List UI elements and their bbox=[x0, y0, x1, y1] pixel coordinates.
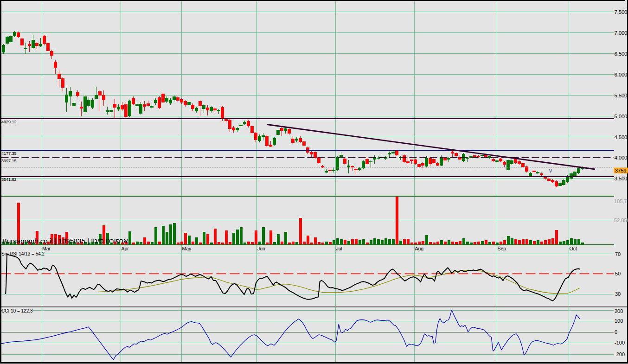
svg-text:Sm.RSI 14/13 = 54.2: Sm.RSI 14/13 = 54.2 bbox=[1, 251, 45, 256]
svg-text:3541.82: 3541.82 bbox=[1, 177, 17, 182]
svg-text:Jun: Jun bbox=[257, 246, 265, 251]
svg-text:7,500: 7,500 bbox=[615, 9, 628, 15]
svg-text:3,500: 3,500 bbox=[615, 176, 628, 181]
svg-text:v: v bbox=[549, 166, 552, 174]
svg-text:100: 100 bbox=[615, 318, 623, 324]
svg-text:105,717: 105,717 bbox=[614, 198, 628, 204]
svg-text:Aug: Aug bbox=[415, 246, 424, 251]
svg-text:7,000: 7,000 bbox=[615, 30, 628, 36]
svg-text:3997.15: 3997.15 bbox=[1, 159, 17, 163]
svg-text:-200: -200 bbox=[615, 351, 625, 357]
svg-text:Bursagraph.co.il | 1095835 | א: Bursagraph.co.il | 1095835 | ארפורט סיטי… bbox=[2, 237, 130, 245]
svg-text:50: 50 bbox=[615, 271, 621, 276]
svg-text:5,500: 5,500 bbox=[615, 93, 628, 98]
svg-text:52,858: 52,858 bbox=[614, 217, 628, 223]
svg-text:Sep: Sep bbox=[498, 246, 506, 251]
svg-text:200: 200 bbox=[615, 308, 623, 314]
svg-text:CCI 10 = 122.3: CCI 10 = 122.3 bbox=[1, 308, 33, 313]
svg-text:Jul: Jul bbox=[336, 246, 342, 251]
svg-text:5,000: 5,000 bbox=[615, 114, 628, 119]
svg-text:4,500: 4,500 bbox=[615, 134, 628, 140]
svg-text:3759.: 3759. bbox=[615, 168, 628, 173]
svg-text:30: 30 bbox=[615, 291, 621, 297]
svg-text:4,000: 4,000 bbox=[615, 155, 628, 160]
svg-text:Apr: Apr bbox=[122, 246, 129, 251]
svg-text:0: 0 bbox=[615, 329, 617, 335]
svg-text:Oct: Oct bbox=[570, 246, 577, 251]
svg-text:4929.12: 4929.12 bbox=[1, 120, 17, 124]
svg-text:-100: -100 bbox=[615, 340, 625, 345]
svg-text:70: 70 bbox=[615, 251, 621, 257]
svg-text:6,500: 6,500 bbox=[615, 51, 628, 57]
svg-text:May: May bbox=[182, 246, 192, 251]
svg-text:6,000: 6,000 bbox=[615, 72, 628, 77]
svg-text:Mar: Mar bbox=[42, 246, 51, 251]
svg-text:4177.35: 4177.35 bbox=[1, 151, 17, 156]
